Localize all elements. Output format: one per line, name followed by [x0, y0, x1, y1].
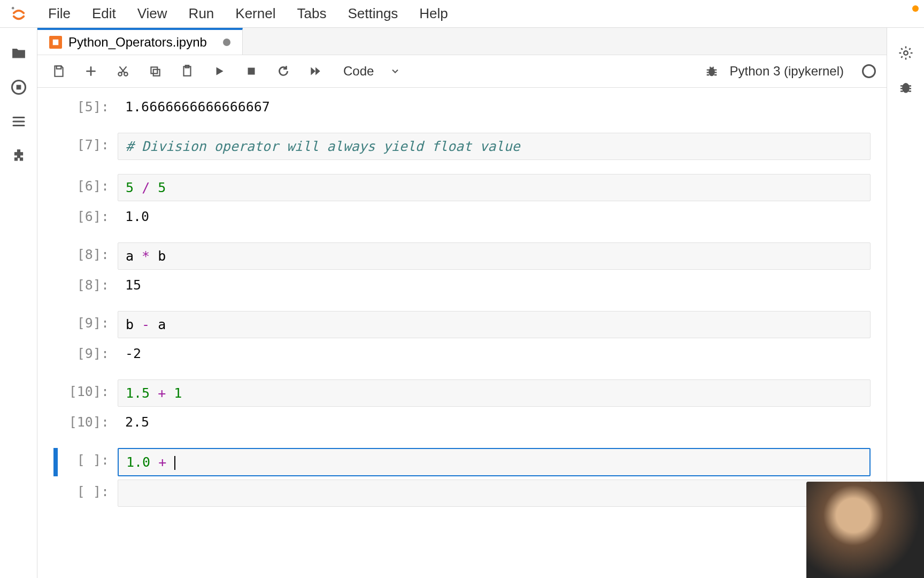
code-input[interactable]: 1.5 + 1	[118, 379, 871, 407]
menu-run[interactable]: Run	[178, 1, 225, 26]
svg-point-0	[12, 6, 14, 9]
add-cell-button[interactable]	[80, 60, 102, 82]
webcam-overlay	[806, 482, 924, 578]
extensions-icon[interactable]	[10, 147, 28, 165]
output-text: 2.5	[118, 410, 871, 434]
code-input[interactable]: 5 / 5	[118, 174, 871, 201]
notebook-body[interactable]: [5]:1.6666666666666667[7]:# Division ope…	[37, 88, 887, 578]
menu-items: FileEditViewRunKernelTabsSettingsHelp	[37, 1, 459, 26]
cell-prompt: [8]:	[53, 273, 118, 293]
run-button[interactable]	[209, 60, 230, 82]
output-cell[interactable]: [8]:15	[37, 271, 887, 299]
svg-rect-11	[248, 68, 255, 75]
menu-tabs[interactable]: Tabs	[286, 1, 337, 26]
menu-bar: FileEditViewRunKernelTabsSettingsHelp	[0, 0, 924, 28]
cell-prompt: [ ]:	[53, 480, 118, 499]
svg-rect-4	[57, 66, 61, 69]
cell-prompt: [5]:	[53, 95, 118, 115]
cell-prompt: [9]:	[53, 341, 118, 361]
cut-button[interactable]	[112, 60, 134, 82]
menu-kernel[interactable]: Kernel	[225, 1, 286, 26]
svg-rect-7	[151, 67, 157, 73]
window-status-dot	[912, 5, 919, 12]
output-cell[interactable]: [5]:1.6666666666666667	[37, 93, 887, 120]
kernel-name[interactable]: Python 3 (ipykernel)	[730, 64, 844, 79]
output-text: -2	[118, 341, 871, 366]
gear-icon[interactable]	[897, 44, 915, 62]
cell-prompt: [ ]:	[53, 448, 118, 468]
cell-prompt: [7]:	[53, 133, 118, 153]
output-text: 15	[118, 273, 871, 297]
code-input[interactable]: a * b	[118, 242, 871, 270]
stop-button[interactable]	[241, 60, 262, 82]
debugger-icon[interactable]	[704, 64, 719, 79]
code-input[interactable]: # Division operator will always yield fl…	[118, 133, 871, 160]
cell-prompt: [6]:	[53, 174, 118, 194]
tab-title: Python_Operators.ipynb	[68, 35, 207, 50]
kernel-status-icon[interactable]	[862, 64, 876, 78]
paste-button[interactable]	[176, 60, 198, 82]
cell-type-label: Code	[343, 64, 374, 79]
svg-rect-2	[17, 85, 21, 89]
svg-point-13	[904, 51, 908, 55]
cell-prompt: [10]:	[53, 410, 118, 430]
dirty-indicator-icon	[223, 39, 230, 46]
toc-icon[interactable]	[10, 112, 28, 131]
menu-settings[interactable]: Settings	[337, 1, 409, 26]
cell-prompt: [6]:	[53, 204, 118, 224]
output-text: 1.6666666666666667	[118, 95, 871, 119]
jupyter-logo[interactable]	[0, 5, 37, 23]
tab-notebook[interactable]: Python_Operators.ipynb	[37, 28, 243, 55]
cell-prompt: [10]:	[53, 379, 118, 399]
run-all-button[interactable]	[305, 60, 326, 82]
output-cell[interactable]: [6]:1.0	[37, 203, 887, 230]
notebook-icon	[49, 36, 62, 49]
save-button[interactable]	[48, 60, 70, 82]
cell-prompt: [9]:	[53, 311, 118, 331]
folder-icon[interactable]	[10, 44, 28, 62]
text-cursor	[174, 456, 175, 470]
menu-edit[interactable]: Edit	[81, 1, 127, 26]
notebook-toolbar: Code Python 3 (ipykernel)	[37, 55, 887, 88]
svg-point-12	[709, 67, 715, 76]
chevron-down-icon	[390, 66, 401, 77]
svg-rect-3	[53, 40, 59, 45]
output-text: 1.0	[118, 204, 871, 229]
menu-help[interactable]: Help	[409, 1, 458, 26]
svg-point-14	[902, 83, 909, 93]
restart-button[interactable]	[273, 60, 294, 82]
copy-button[interactable]	[144, 60, 166, 82]
code-cell[interactable]: [6]:5 / 5	[37, 172, 887, 203]
running-icon[interactable]	[10, 78, 28, 96]
svg-rect-8	[153, 70, 160, 76]
code-input[interactable]	[118, 480, 871, 507]
notebook-panel: Python_Operators.ipynb Code Python 3 (ip…	[37, 28, 887, 578]
code-input[interactable]: b - a	[118, 311, 871, 338]
cell-prompt: [8]:	[53, 242, 118, 262]
code-cell[interactable]: [8]:a * b	[37, 241, 887, 271]
tab-bar: Python_Operators.ipynb	[37, 28, 887, 55]
debug-panel-icon[interactable]	[897, 78, 915, 96]
output-cell[interactable]: [9]:-2	[37, 340, 887, 367]
code-cell[interactable]: [ ]:1.0 +	[37, 446, 887, 478]
sidebar-left	[0, 28, 37, 578]
cell-type-select[interactable]: Code	[337, 62, 407, 81]
output-cell[interactable]: [10]:2.5	[37, 408, 887, 436]
code-input[interactable]: 1.0 +	[118, 448, 871, 476]
menu-view[interactable]: View	[127, 1, 178, 26]
code-cell[interactable]: [10]:1.5 + 1	[37, 378, 887, 408]
code-cell[interactable]: [7]:# Division operator will always yiel…	[37, 131, 887, 162]
code-cell[interactable]: [9]:b - a	[37, 309, 887, 340]
code-cell[interactable]: [ ]:	[37, 478, 887, 508]
menu-file[interactable]: File	[37, 1, 81, 26]
